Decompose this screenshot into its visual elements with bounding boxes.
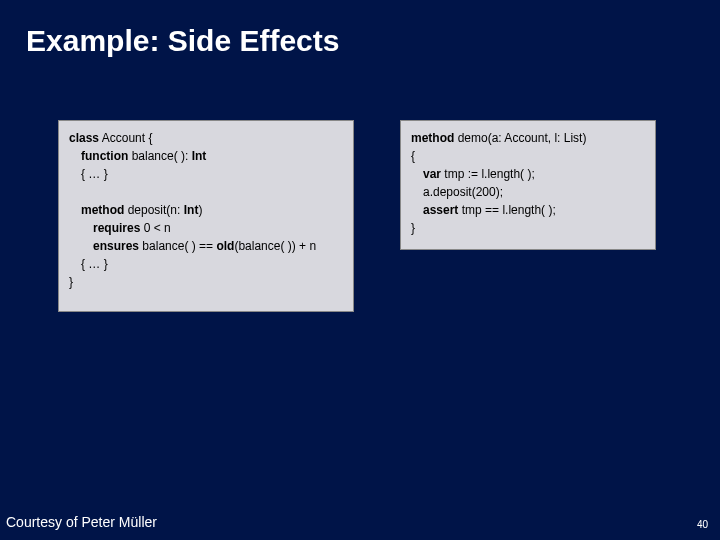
code-text: demo(a: Account, l: List) — [454, 131, 586, 145]
code-line: function balance( ): Int — [69, 147, 343, 165]
code-text: 0 < n — [140, 221, 170, 235]
code-line: } — [411, 219, 645, 237]
page-number: 40 — [697, 519, 708, 530]
code-line: assert tmp == l.length( ); — [411, 201, 645, 219]
code-text: tmp := l.length( ); — [441, 167, 535, 181]
code-line: ensures balance( ) == old(balance( )) + … — [69, 237, 343, 255]
code-line: class Account { — [69, 129, 343, 147]
kw: ensures — [93, 239, 139, 253]
code-text: balance( ): — [128, 149, 191, 163]
code-line: requires 0 < n — [69, 219, 343, 237]
slide-title: Example: Side Effects — [26, 24, 339, 58]
code-text: deposit(n: — [124, 203, 183, 217]
code-line: method demo(a: Account, l: List) — [411, 129, 645, 147]
kw: Int — [192, 149, 207, 163]
kw: old — [216, 239, 234, 253]
code-line: { … } — [69, 255, 343, 273]
code-block-right: method demo(a: Account, l: List) { var t… — [400, 120, 656, 250]
kw: class — [69, 131, 99, 145]
code-text: tmp == l.length( ); — [458, 203, 555, 217]
code-line: { — [411, 147, 645, 165]
kw: var — [423, 167, 441, 181]
blank-line — [69, 183, 343, 201]
code-line: var tmp := l.length( ); — [411, 165, 645, 183]
kw: assert — [423, 203, 458, 217]
code-text: (balance( )) + n — [234, 239, 316, 253]
code-text: balance( ) == — [139, 239, 216, 253]
kw: Int — [184, 203, 199, 217]
code-text: Account { — [99, 131, 152, 145]
code-text: ) — [198, 203, 202, 217]
code-line: method deposit(n: Int) — [69, 201, 343, 219]
footer-credit: Courtesy of Peter Müller — [6, 514, 157, 530]
code-block-left: class Account { function balance( ): Int… — [58, 120, 354, 312]
code-line: a.deposit(200); — [411, 183, 645, 201]
code-line: { … } — [69, 165, 343, 183]
kw: requires — [93, 221, 140, 235]
kw: function — [81, 149, 128, 163]
code-line: } — [69, 273, 343, 291]
kw: method — [81, 203, 124, 217]
kw: method — [411, 131, 454, 145]
